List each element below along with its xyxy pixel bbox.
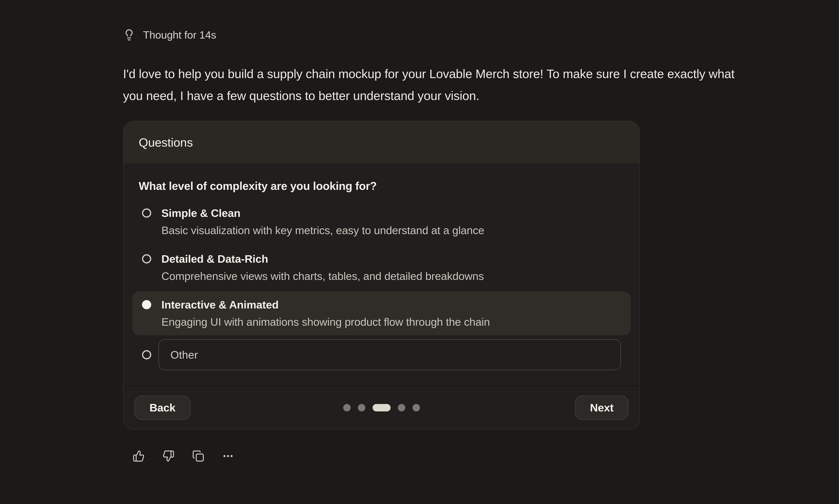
option-simple-clean[interactable]: Simple & Clean Basic visualization with … bbox=[132, 200, 631, 244]
option-title: Simple & Clean bbox=[161, 204, 484, 222]
option-title: Detailed & Data-Rich bbox=[161, 250, 484, 268]
card-body: What level of complexity are you looking… bbox=[124, 163, 640, 385]
assistant-message: Thought for 14s I'd love to help you bui… bbox=[123, 29, 747, 462]
copy-icon bbox=[192, 450, 204, 462]
thought-label: Thought for 14s bbox=[143, 29, 216, 41]
thumbs-up-icon bbox=[133, 450, 145, 462]
more-options-button[interactable] bbox=[222, 450, 234, 462]
card-header: Questions bbox=[124, 121, 640, 163]
pagination-dots bbox=[343, 404, 420, 411]
radio-unselected-icon[interactable] bbox=[142, 209, 151, 218]
thumbs-up-button[interactable] bbox=[133, 450, 145, 462]
options-list: Simple & Clean Basic visualization with … bbox=[132, 198, 631, 370]
pagination-dot bbox=[343, 404, 351, 411]
radio-unselected-icon[interactable] bbox=[142, 254, 151, 264]
other-input[interactable] bbox=[158, 339, 621, 370]
message-text: I'd love to help you build a supply chai… bbox=[123, 63, 747, 107]
option-description: Comprehensive views with charts, tables,… bbox=[161, 268, 484, 285]
next-button[interactable]: Next bbox=[575, 396, 629, 420]
option-description: Basic visualization with key metrics, ea… bbox=[161, 222, 484, 239]
option-other[interactable] bbox=[132, 339, 631, 370]
question-text: What level of complexity are you looking… bbox=[139, 179, 624, 193]
card-footer: Back Next bbox=[124, 385, 640, 429]
thumbs-down-icon bbox=[162, 450, 175, 462]
pagination-dot bbox=[358, 404, 365, 411]
copy-button[interactable] bbox=[192, 450, 204, 462]
card-title: Questions bbox=[139, 136, 193, 149]
pagination-dot-active bbox=[372, 404, 390, 411]
option-detailed-data-rich[interactable]: Detailed & Data-Rich Comprehensive views… bbox=[132, 246, 631, 289]
chat-page: { "thought": { "label": "Thought for 14s… bbox=[0, 0, 839, 504]
radio-selected-icon[interactable] bbox=[142, 300, 151, 309]
questions-card: Questions What level of complexity are y… bbox=[123, 121, 640, 430]
pagination-dot bbox=[413, 404, 420, 411]
option-title: Interactive & Animated bbox=[161, 296, 490, 313]
lightbulb-icon bbox=[123, 29, 135, 41]
pagination-dot bbox=[398, 404, 405, 411]
back-button[interactable]: Back bbox=[134, 396, 191, 420]
radio-unselected-icon[interactable] bbox=[142, 350, 151, 359]
option-interactive-animated[interactable]: Interactive & Animated Engaging UI with … bbox=[132, 291, 631, 335]
option-description: Engaging UI with animations showing prod… bbox=[161, 313, 490, 330]
thought-toggle[interactable]: Thought for 14s bbox=[123, 29, 747, 41]
thumbs-down-button[interactable] bbox=[162, 450, 175, 462]
more-options-icon bbox=[222, 450, 234, 462]
message-actions bbox=[133, 450, 747, 462]
